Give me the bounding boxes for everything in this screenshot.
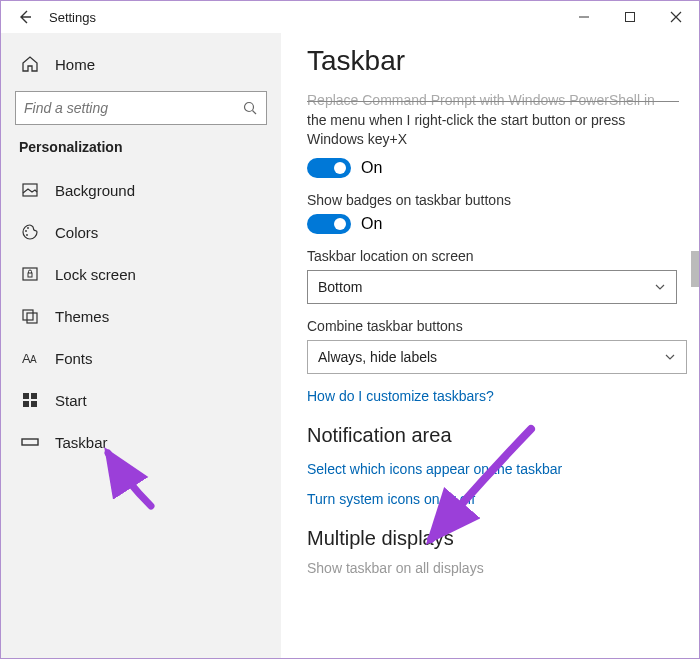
maximize-button[interactable] [607, 1, 653, 33]
sidebar-item-taskbar[interactable]: Taskbar [1, 421, 281, 463]
maximize-icon [624, 11, 636, 23]
picture-icon [19, 179, 41, 201]
close-icon [670, 11, 682, 23]
fonts-icon: AA [19, 347, 41, 369]
svg-rect-18 [22, 439, 38, 445]
system-icons-link[interactable]: Turn system icons on or off [307, 491, 679, 507]
chevron-down-icon [654, 281, 666, 293]
svg-point-7 [26, 234, 28, 236]
notification-area-heading: Notification area [307, 424, 679, 447]
select-value: Bottom [318, 279, 362, 295]
replace-cmd-setting: Replace Command Prompt with Windows Powe… [307, 91, 679, 150]
replace-cmd-toggle[interactable] [307, 158, 351, 178]
search-box[interactable] [15, 91, 267, 125]
back-button[interactable] [5, 1, 45, 33]
show-taskbar-all-label: Show taskbar on all displays [307, 560, 679, 576]
nav-label: Themes [55, 308, 109, 325]
taskbar-icon [19, 431, 41, 453]
svg-line-3 [253, 110, 257, 114]
svg-rect-17 [31, 401, 37, 407]
badges-toggle[interactable] [307, 214, 351, 234]
sidebar-item-fonts[interactable]: AA Fonts [1, 337, 281, 379]
help-link[interactable]: How do I customize taskbars? [307, 388, 679, 404]
content-panel: Taskbar Replace Command Prompt with Wind… [281, 33, 699, 658]
svg-rect-10 [23, 310, 33, 320]
svg-rect-14 [23, 393, 29, 399]
nav-label: Taskbar [55, 434, 108, 451]
combine-select[interactable]: Always, hide labels [307, 340, 687, 374]
scrollbar-thumb[interactable] [691, 251, 699, 287]
svg-point-6 [27, 227, 29, 229]
svg-rect-16 [23, 401, 29, 407]
svg-rect-9 [28, 273, 32, 277]
toggle-state: On [361, 159, 382, 177]
home-icon [19, 53, 41, 75]
sidebar-item-themes[interactable]: Themes [1, 295, 281, 337]
svg-point-5 [25, 230, 27, 232]
toggle-state: On [361, 215, 382, 233]
section-header: Personalization [1, 135, 281, 169]
search-icon [243, 101, 258, 116]
themes-icon [19, 305, 41, 327]
sidebar-item-background[interactable]: Background [1, 169, 281, 211]
nav-label: Start [55, 392, 87, 409]
minimize-button[interactable] [561, 1, 607, 33]
nav-label: Fonts [55, 350, 93, 367]
home-nav[interactable]: Home [1, 43, 281, 85]
titlebar: Settings [1, 1, 699, 33]
minimize-icon [578, 11, 590, 23]
svg-rect-15 [31, 393, 37, 399]
arrow-left-icon [17, 9, 33, 25]
settings-window: Settings Home Pers [0, 0, 700, 659]
lock-icon [19, 263, 41, 285]
svg-text:A: A [30, 354, 37, 365]
sidebar-item-colors[interactable]: Colors [1, 211, 281, 253]
svg-rect-11 [27, 313, 37, 323]
chevron-down-icon [664, 351, 676, 363]
location-label: Taskbar location on screen [307, 248, 679, 264]
start-icon [19, 389, 41, 411]
multiple-displays-heading: Multiple displays [307, 527, 679, 550]
badges-label: Show badges on taskbar buttons [307, 192, 679, 208]
window-title: Settings [49, 10, 96, 25]
nav-label: Background [55, 182, 135, 199]
select-value: Always, hide labels [318, 349, 437, 365]
sidebar-item-lockscreen[interactable]: Lock screen [1, 253, 281, 295]
palette-icon [19, 221, 41, 243]
nav-label: Lock screen [55, 266, 136, 283]
home-label: Home [55, 56, 95, 73]
svg-rect-1 [626, 13, 635, 22]
truncated-line: Replace Command Prompt with Windows Powe… [307, 91, 679, 111]
svg-point-2 [245, 102, 254, 111]
setting-desc: the menu when I right-click the start bu… [307, 112, 625, 148]
close-button[interactable] [653, 1, 699, 33]
sidebar: Home Personalization Background Colors L… [1, 33, 281, 658]
combine-label: Combine taskbar buttons [307, 318, 679, 334]
page-title: Taskbar [307, 45, 679, 77]
location-select[interactable]: Bottom [307, 270, 677, 304]
search-input[interactable] [24, 100, 243, 116]
select-icons-link[interactable]: Select which icons appear on the taskbar [307, 461, 679, 477]
nav-label: Colors [55, 224, 98, 241]
sidebar-item-start[interactable]: Start [1, 379, 281, 421]
